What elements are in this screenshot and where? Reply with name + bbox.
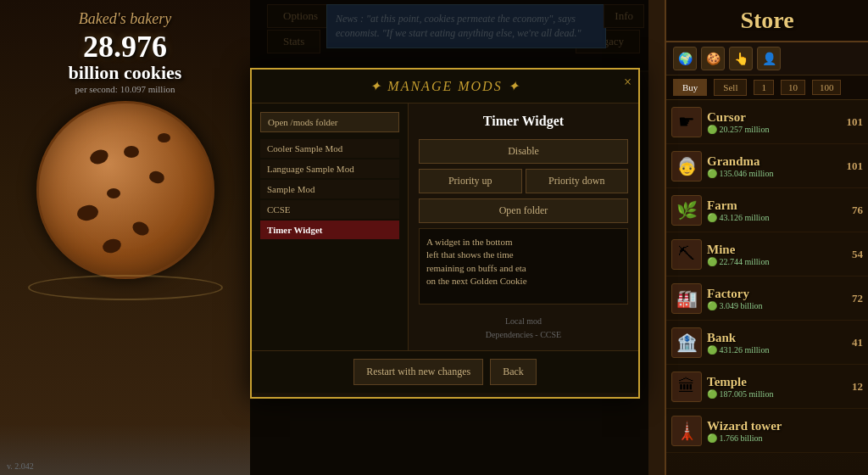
store-icon-person[interactable]: 👤: [757, 47, 781, 70]
bank-cost: 🟢 431.26 million: [707, 345, 837, 355]
priority-row: Priority up Priority down: [419, 169, 628, 193]
bank-icon: 🏦: [671, 327, 702, 358]
qty-1-button[interactable]: 1: [754, 80, 774, 95]
disable-button[interactable]: Disable: [419, 139, 628, 164]
store-icon-planet[interactable]: 🌍: [673, 47, 697, 70]
mod-detail-title: Timer Widget: [419, 114, 628, 129]
wizard-tower-icon: 🗼: [671, 416, 702, 446]
mine-icon: ⛏: [671, 239, 702, 270]
farm-count: 76: [837, 204, 863, 217]
mod-list-panel: Open /mods folder Cooler Sample Mod Lang…: [252, 103, 409, 350]
mine-info: Mine 🟢 22.744 million: [707, 243, 837, 266]
bank-name: Bank: [707, 331, 837, 345]
qty-10-button[interactable]: 10: [781, 80, 805, 95]
mine-cost: 🟢 22.744 million: [707, 257, 837, 266]
store-icon-cookie[interactable]: 🍪: [701, 47, 725, 70]
mod-description: [419, 228, 628, 305]
store-item-wizard-tower[interactable]: 🗼 Wizard tower 🟢 1.766 billion: [666, 409, 868, 453]
store-icon-cursor[interactable]: 👆: [729, 47, 753, 70]
grandma-name: Grandma: [707, 154, 837, 169]
store-panel: Store 🌍 🍪 👆 👤 Buy Sell 1 10 100 ☛ Cursor…: [665, 0, 868, 475]
priority-down-button[interactable]: Priority down: [526, 169, 629, 193]
modal-title: Manage Mods: [252, 70, 638, 103]
wizard-tower-name: Wizard tower: [707, 419, 837, 433]
grandma-info: Grandma 🟢 135.046 million: [707, 154, 837, 178]
farm-cost: 🟢 43.126 million: [707, 213, 837, 222]
temple-count: 12: [837, 380, 863, 394]
mod-detail-panel: Timer Widget Disable Priority up Priorit…: [409, 103, 638, 350]
cookie-count: 28.976: [0, 31, 250, 62]
manage-mods-modal: Manage Mods × Open /mods folder Cooler S…: [250, 68, 640, 399]
qty-100-button[interactable]: 100: [812, 80, 842, 95]
open-folder-button[interactable]: Open /mods folder: [260, 112, 399, 132]
factory-count: 72: [837, 292, 863, 305]
cursor-count: 101: [837, 115, 863, 129]
modal-footer: Restart with new changes Back: [252, 350, 638, 393]
per-second: per second: 10.097 million: [0, 84, 250, 94]
farm-name: Farm: [707, 198, 837, 213]
store-item-grandma[interactable]: 👵 Grandma 🟢 135.046 million 101: [666, 144, 868, 188]
bakery-name: Baked's bakery: [0, 0, 250, 28]
modal-body: Open /mods folder Cooler Sample Mod Lang…: [252, 103, 638, 350]
mine-count: 54: [837, 248, 863, 261]
factory-name: Factory: [707, 287, 837, 301]
temple-info: Temple 🟢 187.005 million: [707, 375, 837, 399]
temple-name: Temple: [707, 375, 837, 389]
cursor-name: Cursor: [707, 110, 837, 125]
restart-button[interactable]: Restart with new changes: [353, 359, 483, 385]
buy-sell-row: Buy Sell 1 10 100: [666, 75, 868, 100]
grandma-count: 101: [837, 159, 863, 173]
store-tabs: 🌍 🍪 👆 👤: [666, 42, 868, 75]
cookie-image[interactable]: [32, 101, 219, 288]
farm-icon: 🌿: [671, 195, 702, 226]
priority-up-button[interactable]: Priority up: [419, 169, 522, 193]
mod-item[interactable]: Sample Mod: [260, 180, 399, 198]
store-item-cursor[interactable]: ☛ Cursor 🟢 20.257 million 101: [666, 100, 868, 144]
left-panel: Baked's bakery 28.976 billion cookies pe…: [0, 0, 250, 475]
cursor-cost: 🟢 20.257 million: [707, 125, 837, 134]
store-item-bank[interactable]: 🏦 Bank 🟢 431.26 million 41: [666, 321, 868, 365]
milk-bar: [0, 424, 250, 475]
grandma-cost: 🟢 135.046 million: [707, 169, 837, 178]
mine-name: Mine: [707, 243, 837, 257]
temple-cost: 🟢 187.005 million: [707, 389, 837, 399]
store-item-factory[interactable]: 🏭 Factory 🟢 3.049 billion 72: [666, 277, 868, 321]
cookie-unit: billion cookies: [0, 62, 250, 84]
mod-item[interactable]: Cooler Sample Mod: [260, 139, 399, 158]
cursor-icon: ☛: [671, 107, 702, 137]
store-items-list: ☛ Cursor 🟢 20.257 million 101 👵 Grandma …: [666, 100, 868, 473]
store-item-mine[interactable]: ⛏ Mine 🟢 22.744 million 54: [666, 232, 868, 277]
bank-info: Bank 🟢 431.26 million: [707, 331, 837, 355]
bank-count: 41: [837, 336, 863, 349]
temple-icon: 🏛: [671, 372, 702, 402]
buy-button[interactable]: Buy: [673, 79, 707, 96]
open-folder-detail-button[interactable]: Open folder: [419, 198, 628, 223]
mod-item-active[interactable]: Timer Widget: [260, 221, 399, 239]
sell-button[interactable]: Sell: [714, 79, 747, 96]
wizard-tower-info: Wizard tower 🟢 1.766 billion: [707, 419, 837, 443]
back-button[interactable]: Back: [490, 359, 537, 385]
mod-item[interactable]: CCSE: [260, 200, 399, 219]
factory-cost: 🟢 3.049 billion: [707, 301, 837, 310]
grandma-icon: 👵: [671, 151, 702, 182]
local-mod-label: Local mod: [419, 315, 628, 328]
store-title: Store: [666, 0, 868, 42]
store-item-temple[interactable]: 🏛 Temple 🟢 187.005 million 12: [666, 365, 868, 409]
factory-info: Factory 🟢 3.049 billion: [707, 287, 837, 310]
cursor-info: Cursor 🟢 20.257 million: [707, 110, 837, 134]
factory-icon: 🏭: [671, 283, 702, 314]
store-item-farm[interactable]: 🌿 Farm 🟢 43.126 million 76: [666, 188, 868, 232]
dependencies-label: Dependencies - CCSE: [419, 328, 628, 342]
farm-info: Farm 🟢 43.126 million: [707, 198, 837, 222]
mod-meta: Local mod Dependencies - CCSE: [419, 315, 628, 342]
modal-close-button[interactable]: ×: [624, 75, 632, 90]
mod-item[interactable]: Language Sample Mod: [260, 159, 399, 178]
wizard-tower-cost: 🟢 1.766 billion: [707, 433, 837, 443]
